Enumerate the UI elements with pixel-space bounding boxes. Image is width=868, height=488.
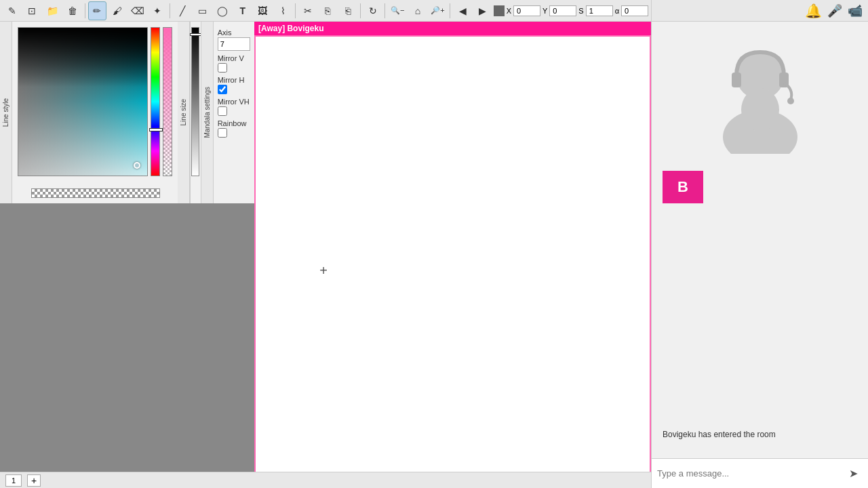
- mirror-h-label: Mirror H: [218, 76, 250, 84]
- sep3: [295, 3, 296, 18]
- sep1: [85, 3, 85, 18]
- toolbar: ✎ ⊡ 📁 🗑 ✏ 🖌 ⌫ ✦ ╱ ▭ ◯ T 🖼 ⌇ ✂ ⎘ ⎗ ↻ 🔍− ⌂…: [0, 0, 651, 22]
- canvas-title-bar: [Away] Bovigeku: [254, 22, 651, 35]
- mirror-h-checkbox[interactable]: [218, 85, 227, 94]
- avatar-container: [709, 35, 811, 157]
- next-tool-btn[interactable]: ▶: [473, 1, 492, 20]
- settings-content: Axis Mirror V Mirror H Mirror VH Rainbow: [218, 26, 250, 138]
- canvas-area[interactable]: +: [254, 35, 651, 474]
- image-tool-btn[interactable]: 🖼: [254, 1, 273, 20]
- left-panel: Line style Line size Mandala settings: [0, 22, 254, 203]
- y-label: Y: [542, 7, 547, 15]
- mandala-settings-panel: Mandala settings Axis Mirror V Mirror H …: [201, 22, 254, 203]
- zoom-out-tool-btn[interactable]: 🔍−: [388, 1, 407, 20]
- hue-slider-thumb: [149, 128, 163, 131]
- ellipse-tool-btn[interactable]: ◯: [213, 1, 232, 20]
- video-icon[interactable]: 📹: [848, 3, 863, 18]
- svg-point-3: [787, 98, 794, 104]
- sep4: [360, 3, 361, 18]
- x-value: 0: [513, 5, 540, 16]
- user-badge: B: [663, 171, 703, 203]
- axis-label: Axis: [218, 28, 250, 37]
- crosshair-cursor: +: [319, 263, 328, 279]
- badge-letter: B: [677, 178, 688, 196]
- canvas-title: [Away] Bovigeku: [258, 24, 323, 33]
- sep5: [384, 3, 385, 18]
- svg-rect-1: [732, 73, 741, 87]
- copy-tool-btn[interactable]: ⎘: [319, 1, 338, 20]
- line-tool-btn[interactable]: ╱: [173, 1, 192, 20]
- mandala-tool-btn[interactable]: ✦: [148, 1, 167, 20]
- gradient-white-overlay: [18, 28, 147, 176]
- sep2: [170, 3, 170, 18]
- chat-header: 🔔 🎤 📹: [652, 0, 868, 22]
- chat-panel: 🔔 🎤 📹 B: [651, 0, 868, 488]
- user-avatar: [709, 39, 811, 154]
- select-tool-btn[interactable]: ✎: [3, 1, 22, 20]
- line-style-label-wrap: Line style: [0, 22, 12, 203]
- color-gradient-area[interactable]: [18, 27, 148, 176]
- mirror-v-row: Mirror V: [218, 54, 250, 73]
- prev-tool-btn[interactable]: ◀: [453, 1, 472, 20]
- brush-tool-btn[interactable]: 🖌: [108, 1, 127, 20]
- paste-tool-btn[interactable]: ⎗: [338, 1, 357, 20]
- axis-input[interactable]: [218, 37, 250, 51]
- rainbow-label: Rainbow: [218, 119, 250, 127]
- toolbar-coords: X 0 Y 0 S 1 α 0: [494, 5, 648, 16]
- s-label: S: [578, 7, 583, 15]
- mandala-settings-label: Mandala settings: [203, 87, 211, 138]
- sep6: [450, 3, 450, 18]
- mirror-v-label: Mirror V: [218, 54, 250, 62]
- line-size-label: Line size: [180, 99, 187, 125]
- color-picker[interactable]: [12, 22, 178, 203]
- chat-status-message: Bovigeku has entered the room: [663, 424, 776, 445]
- svg-point-5: [741, 88, 779, 131]
- zoom-in-tool-btn[interactable]: 🔎+: [429, 1, 448, 20]
- size-slider[interactable]: [191, 27, 199, 176]
- home-tool-btn[interactable]: ⌂: [408, 1, 427, 20]
- pencil-tool-btn[interactable]: ✏: [88, 1, 107, 20]
- mirror-h-row: Mirror H: [218, 76, 250, 94]
- line-size-label-wrap: Line size: [178, 22, 190, 203]
- reload-tool-btn[interactable]: ↻: [363, 1, 382, 20]
- axis-row: Axis: [218, 28, 250, 51]
- alpha-slider[interactable]: [163, 27, 172, 176]
- cut-tool-btn[interactable]: ✂: [298, 1, 317, 20]
- mandala-settings-label-wrap: Mandala settings: [201, 22, 214, 203]
- hue-slider[interactable]: [151, 27, 160, 176]
- y-value: 0: [549, 5, 576, 16]
- line-style-label: Line style: [2, 98, 9, 127]
- s-value: 1: [586, 5, 613, 16]
- alpha-label: α: [615, 7, 619, 15]
- send-button[interactable]: ➤: [844, 464, 863, 483]
- monitor-icon: [494, 5, 505, 16]
- bell-icon[interactable]: 🔔: [805, 3, 822, 19]
- mirror-vh-row: Mirror VH: [218, 98, 250, 116]
- mirror-vh-checkbox[interactable]: [218, 106, 227, 116]
- rainbow-row: Rainbow: [218, 119, 250, 138]
- status-bar: 1 +: [0, 472, 651, 488]
- text-tool-btn[interactable]: T: [233, 1, 252, 20]
- alpha-value: 0: [621, 5, 648, 16]
- node-tool-btn[interactable]: ⊡: [23, 1, 42, 20]
- checker-bar: [31, 188, 160, 198]
- erase-tool-btn[interactable]: ⌫: [128, 1, 147, 20]
- curve-tool-btn[interactable]: ⌇: [273, 1, 292, 20]
- folder-tool-btn[interactable]: 📁: [43, 1, 62, 20]
- add-page-button[interactable]: +: [27, 474, 41, 487]
- trash-tool-btn[interactable]: 🗑: [63, 1, 82, 20]
- page-number: 1: [5, 474, 22, 487]
- mirror-vh-label: Mirror VH: [218, 98, 250, 106]
- chat-body: B Bovigeku has entered the room: [652, 22, 868, 458]
- chat-input[interactable]: [657, 464, 840, 484]
- gradient-cursor: [134, 162, 140, 169]
- rainbow-checkbox[interactable]: [218, 128, 227, 138]
- mic-icon[interactable]: 🎤: [827, 3, 842, 18]
- gradient-black-overlay: [18, 28, 147, 176]
- chat-input-area: ➤: [652, 458, 868, 488]
- rect-tool-btn[interactable]: ▭: [193, 1, 212, 20]
- size-slider-container[interactable]: [190, 22, 201, 203]
- x-label: X: [507, 7, 511, 15]
- enter-message: Bovigeku has entered the room: [663, 430, 776, 439]
- mirror-v-checkbox[interactable]: [218, 63, 227, 73]
